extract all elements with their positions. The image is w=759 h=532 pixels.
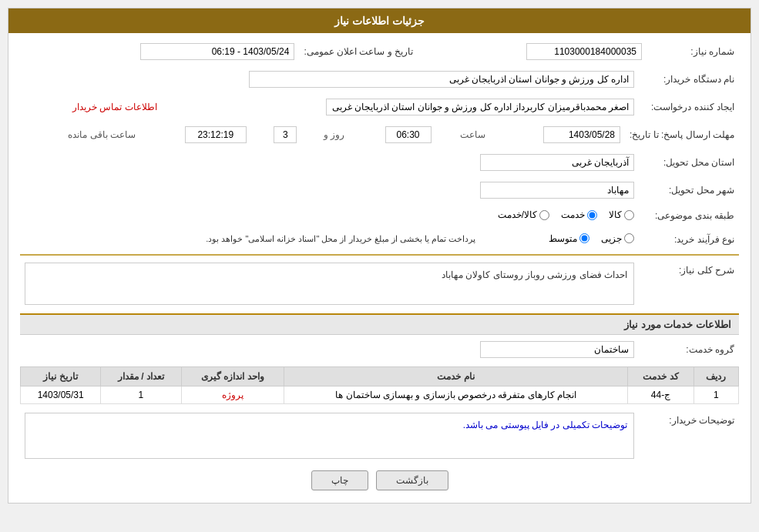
cell-radif: 1 [694, 386, 738, 404]
mohlat-saat-label: ساعت [436, 124, 490, 146]
navoe-description: پرداخت تمام یا بخشی از مبلغ خریدار از مح… [20, 231, 483, 249]
gorohe-box: ساختمان [480, 341, 634, 358]
col-tedad: تعداد / مقدار [101, 367, 181, 386]
mohlat-maande-label: ساعت باقی مانده [20, 124, 140, 146]
tozihat-box: توضیحات تکمیلی در فایل پیوستی می باشد. [25, 413, 634, 459]
tarikh-value: 1403/05/24 - 06:19 [20, 41, 299, 62]
namdastgah-box: اداره کل ورزش و جوانان استان اذربایجان غ… [249, 71, 634, 88]
navoe-label: نوع فرآیند خرید: [639, 231, 739, 249]
tarikh-box: 1403/05/24 - 06:19 [140, 43, 294, 60]
cell-nam: انجام کارهای متفرقه درخصوص بازسازی و بهس… [284, 386, 628, 404]
sharh-box: احداث فضای ورزشی روباز روستای کاولان مها… [25, 263, 634, 305]
tabaqe-kala[interactable]: کالا [609, 209, 634, 220]
shahr-value: مهاباد [20, 179, 639, 201]
mohlat-label: مهلت ارسال پاسخ: تا تاریخ: [625, 124, 739, 146]
page-title: جزئیات اطلاعات نیاز [8, 8, 751, 33]
col-nam: نام خدمت [284, 367, 628, 386]
mohlat-date-box: 1403/05/28 [543, 126, 620, 143]
back-button[interactable]: بازگشت [376, 470, 448, 490]
shomare-niaz-label: شماره نیاز: [646, 41, 739, 62]
mohlat-date-value: 1403/05/28 [490, 124, 625, 146]
divider-sharh [20, 254, 739, 256]
gorohe-value: ساختمان [20, 339, 639, 360]
tabaqe-kala-khedmat[interactable]: کالا/خدمت [498, 209, 549, 220]
col-kod: کد خدمت [628, 367, 694, 386]
mohlat-saat-value: 06:30 [349, 124, 436, 146]
navoe-options: جزیی متوسط [483, 231, 639, 249]
navoe-jozi[interactable]: جزیی [601, 233, 634, 244]
col-radif: ردیف [694, 367, 738, 386]
ijad-value: اصغر محمدباقرمیزان کاربرداز اداره کل ورز… [165, 96, 639, 118]
ijad-box: اصغر محمدباقرمیزان کاربرداز اداره کل ورز… [326, 99, 634, 115]
table-row: 1 ج-44 انجام کارهای متفرقه درخصوص بازساز… [21, 386, 739, 404]
shomare-niaz-value: 1103000184000035 [433, 41, 646, 62]
gorohe-label: گروه خدمت: [639, 339, 739, 360]
cell-tarikh: 1403/05/31 [21, 386, 101, 404]
mohlat-rooz-value: 3 [251, 124, 302, 146]
ostan-box: آذربایجان غربی [480, 154, 634, 171]
mohlat-maande-box: 23:12:19 [185, 126, 247, 143]
mohlat-saat-box: 06:30 [385, 126, 432, 143]
tabaqe-khedmat[interactable]: خدمت [561, 209, 597, 220]
sharh-label: شرح کلی نیاز: [639, 260, 739, 307]
cell-tedad: 1 [101, 386, 181, 404]
ostan-value: آذربایجان غربی [20, 152, 639, 173]
tabaqe-label: طبقه بندی موضوعی: [639, 207, 739, 225]
namdastgah-value: اداره کل ورزش و جوانان استان اذربایجان غ… [20, 69, 639, 90]
navoe-motavasset[interactable]: متوسط [549, 233, 589, 244]
print-button[interactable]: چاپ [311, 470, 368, 490]
namdastgah-label: نام دستگاه خریدار: [639, 69, 739, 90]
ostan-label: استان محل تحویل: [639, 152, 739, 173]
cell-vahed: پروژه [181, 386, 284, 404]
mohlat-rooz-label: روز و [301, 124, 349, 146]
mohlat-maande-value: 23:12:19 [140, 124, 251, 146]
col-tarikh: تاریخ نیاز [21, 367, 101, 386]
shahr-box: مهاباد [480, 182, 634, 199]
service-section-title: اطلاعات خدمات مورد نیاز [20, 313, 739, 335]
shahr-label: شهر محل تحویل: [639, 179, 739, 201]
mohlat-rooz-box: 3 [274, 126, 297, 143]
cell-kod: ج-44 [628, 386, 694, 404]
contact-link[interactable]: اطلاعات تماس خریدار [72, 102, 157, 112]
services-table: ردیف کد خدمت نام خدمت واحد اندازه گیری ت… [20, 366, 739, 404]
tozihat-label: توضیحات خریدار: [639, 410, 739, 461]
tozihat-value: توضیحات تکمیلی در فایل پیوستی می باشد. [20, 410, 639, 461]
shomare-niaz-box: 1103000184000035 [526, 43, 642, 60]
button-row: بازگشت چاپ [20, 470, 739, 490]
tarikh-label: تاریخ و ساعت اعلان عمومی: [299, 41, 418, 62]
tabaqe-options: کالا خدمت کالا/خدمت [20, 207, 639, 225]
sharh-value: احداث فضای ورزشی روباز روستای کاولان مها… [20, 260, 639, 307]
ijad-label: ایجاد کننده درخواست: [639, 96, 739, 118]
col-vahed: واحد اندازه گیری [181, 367, 284, 386]
